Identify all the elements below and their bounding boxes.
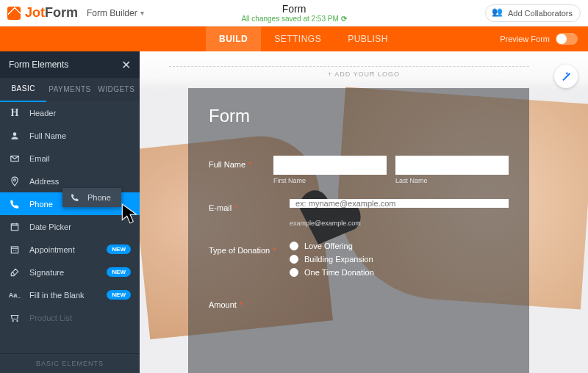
sidebar: Form Elements ✕ BASIC PAYMENTS WIDGETS H…: [0, 51, 140, 373]
phone-icon: [70, 192, 80, 203]
sidebar-item-header[interactable]: H Header: [0, 101, 140, 124]
radio-label: Building Expansion: [304, 255, 373, 264]
header-dashed-line: [169, 66, 529, 67]
save-status: All changes saved at 2:53 PM ⟳: [241, 15, 346, 23]
email-hint: example@example.com: [290, 220, 509, 227]
sidebar-item-productlist[interactable]: Product List: [0, 306, 140, 329]
location-icon: [9, 175, 21, 187]
sidebar-item-email[interactable]: Email: [0, 147, 140, 170]
field-donation-type[interactable]: Type of Donation* Love Offering Building…: [209, 242, 509, 277]
appointment-icon: [9, 244, 21, 256]
firstname-sublabel: First Name: [273, 177, 387, 184]
logo-text: JotForm: [25, 5, 78, 21]
fillblank-icon: Aa_: [9, 289, 21, 301]
preview-toggle-area: Preview Form: [500, 33, 588, 45]
email-label: E-mail*: [209, 199, 290, 212]
reload-icon: ⟳: [341, 15, 347, 23]
page-title: Form: [241, 3, 346, 15]
signature-icon: [9, 267, 21, 278]
sidebar-item-label: Phone: [29, 200, 53, 209]
sidebar-tab-basic[interactable]: BASIC: [0, 77, 46, 102]
sidebar-tabs: BASIC PAYMENTS WIDGETS: [0, 78, 140, 101]
form-preview-panel: Form Full Name* First Name Last Name: [188, 88, 529, 373]
sidebar-item-label: Signature: [29, 268, 64, 277]
preview-toggle[interactable]: [556, 33, 578, 45]
sidebar-item-label: Header: [29, 109, 56, 117]
firstname-input[interactable]: [273, 156, 387, 175]
form-canvas: + ADD YOUR LOGO Form Full Name* First Na…: [140, 51, 588, 373]
new-badge: NEW: [107, 267, 131, 277]
sidebar-title: Form Elements: [9, 59, 68, 70]
svg-rect-4: [11, 246, 18, 253]
sidebar-tab-payments[interactable]: PAYMENTS: [46, 78, 93, 101]
donation-label: Type of Donation*: [209, 242, 290, 255]
cursor-icon: [121, 203, 140, 228]
radio-icon: [290, 242, 298, 250]
email-icon: [9, 153, 21, 164]
amount-label: Amount*: [209, 296, 290, 309]
svg-rect-3: [11, 223, 18, 230]
logo-text-jot: Jot: [25, 5, 45, 20]
logo-text-form: Form: [45, 5, 78, 20]
add-collaborators-button[interactable]: Add Collaborators: [485, 4, 581, 22]
tab-publish[interactable]: PUBLISH: [334, 26, 401, 51]
sidebar-item-datepicker[interactable]: Date Picker: [0, 215, 140, 238]
sidebar-item-fillblank[interactable]: Aa_ Fill in the Blank NEW: [0, 283, 140, 306]
radio-love-offering[interactable]: Love Offering: [290, 242, 509, 250]
app-header: JotForm Form Builder ▾ Form All changes …: [0, 0, 588, 26]
lastname-sublabel: Last Name: [395, 177, 509, 184]
radio-one-time[interactable]: One Time Donation: [290, 268, 509, 277]
sidebar-item-label: Fill in the Blank: [29, 291, 85, 300]
radio-icon: [290, 268, 298, 277]
drag-preview-label: Phone: [87, 193, 111, 202]
main-nav: BUILD SETTINGS PUBLISH Preview Form: [0, 26, 588, 51]
new-badge: NEW: [107, 245, 131, 254]
person-icon: [9, 130, 21, 142]
magic-wand-button[interactable]: [554, 65, 578, 88]
sidebar-item-label: Product List: [29, 314, 72, 322]
collab-label: Add Collaborators: [508, 9, 573, 18]
form-title-center: Form All changes saved at 2:53 PM ⟳: [241, 3, 346, 23]
sidebar-item-label: Appointment: [29, 245, 75, 254]
builder-label-text: Form Builder: [87, 8, 137, 18]
tab-build[interactable]: BUILD: [206, 26, 261, 51]
heading-icon: H: [9, 107, 21, 119]
element-list: H Header Full Name Email Address Phone: [0, 101, 140, 353]
sidebar-header: Form Elements ✕: [0, 51, 140, 78]
chevron-down-icon: ▾: [140, 9, 144, 17]
phone-icon: [9, 198, 21, 210]
field-amount[interactable]: Amount*: [209, 296, 509, 309]
sidebar-item-label: Full Name: [29, 131, 66, 140]
cart-icon: [9, 312, 21, 324]
svg-point-0: [13, 132, 17, 136]
add-logo-placeholder[interactable]: + ADD YOUR LOGO: [328, 70, 400, 78]
sidebar-item-appointment[interactable]: Appointment NEW: [0, 238, 140, 261]
logo[interactable]: JotForm: [7, 5, 78, 21]
fullname-label: Full Name*: [209, 156, 273, 169]
sidebar-item-signature[interactable]: Signature NEW: [0, 261, 140, 283]
radio-label: Love Offering: [304, 242, 353, 250]
preview-label: Preview Form: [500, 35, 550, 43]
lastname-input[interactable]: [395, 156, 509, 175]
field-email[interactable]: E-mail* example@example.com: [209, 199, 509, 227]
close-icon[interactable]: ✕: [121, 58, 131, 72]
email-input[interactable]: [290, 199, 509, 208]
sidebar-tab-widgets[interactable]: WIDGETS: [93, 78, 140, 101]
radio-building-expansion[interactable]: Building Expansion: [290, 255, 509, 264]
people-icon: [493, 8, 503, 18]
radio-icon: [290, 255, 298, 264]
sidebar-section-footer: BASIC ELEMENTS: [0, 353, 140, 373]
new-badge: NEW: [107, 290, 131, 300]
sidebar-item-fullname[interactable]: Full Name: [0, 124, 140, 147]
form-title[interactable]: Form: [209, 106, 509, 126]
svg-point-2: [14, 178, 16, 181]
sidebar-item-label: Address: [29, 177, 59, 186]
radio-label: One Time Donation: [304, 268, 374, 277]
field-fullname[interactable]: Full Name* First Name Last Name: [209, 156, 509, 184]
sidebar-item-label: Email: [29, 154, 50, 163]
logo-icon: [7, 7, 21, 20]
drag-preview: Phone: [62, 188, 121, 207]
sidebar-item-label: Date Picker: [29, 222, 71, 231]
builder-dropdown[interactable]: Form Builder ▾: [87, 8, 144, 18]
tab-settings[interactable]: SETTINGS: [261, 26, 334, 51]
